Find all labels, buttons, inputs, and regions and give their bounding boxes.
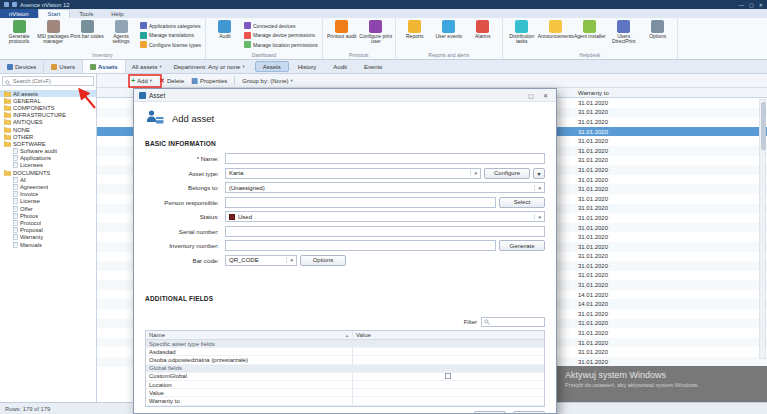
sidebar-item-protocol[interactable]: Protocol — [0, 219, 96, 226]
configure-license-types-button[interactable]: Configure license types — [140, 41, 201, 48]
sidebar-item-all[interactable]: All — [0, 176, 96, 183]
field-row-value[interactable]: Value — [146, 389, 544, 397]
subtab-events[interactable]: Events — [356, 61, 390, 72]
filter-search-box[interactable] — [481, 317, 545, 327]
options-button[interactable]: Options — [641, 19, 675, 39]
checkbox[interactable] — [445, 373, 451, 379]
sidebar-item-antiques[interactable]: ANTIQUES — [0, 119, 96, 126]
agent-installer-button[interactable]: Agent installer — [573, 19, 607, 39]
tab-devices[interactable]: Devices — [0, 60, 44, 73]
ribbon-tab-help[interactable]: Help — [102, 9, 132, 18]
field-row-asdasdad[interactable]: Asdasdad — [146, 348, 544, 356]
minimize-button[interactable]: — — [739, 2, 744, 8]
serial-number-field[interactable] — [225, 226, 545, 237]
manage-device-permissions-button[interactable]: Manage device permissions — [244, 32, 318, 39]
close-button[interactable]: ✕ — [759, 2, 763, 8]
inventory-number-field[interactable] — [225, 240, 496, 251]
vertical-scrollbar[interactable] — [759, 99, 766, 359]
dialog-titlebar[interactable]: Asset ▢ ✕ — [134, 89, 556, 102]
sidebar-item-photos[interactable]: Photos — [0, 212, 96, 219]
dialog-close-button[interactable]: ✕ — [540, 92, 551, 99]
sidebar-item-invoice[interactable]: Invoice — [0, 191, 96, 198]
sidebar-item-software[interactable]: SOFTWARE — [0, 140, 96, 147]
filter-dropdown-department-any-or-none[interactable]: Department: Any or none▾ — [168, 60, 251, 73]
name-field[interactable] — [225, 153, 545, 164]
connected-devices-button[interactable]: Connected devices — [244, 22, 318, 29]
configure-button[interactable]: Configure — [484, 168, 530, 179]
tab-users[interactable]: Users — [44, 60, 83, 73]
distribution-tasks-button[interactable]: Distribution tasks — [505, 19, 539, 45]
options-button[interactable]: Options — [300, 255, 346, 266]
print-bar-codes-button[interactable]: Print bar codes — [70, 19, 104, 39]
ribbon-tab-tools[interactable]: Tools — [70, 9, 102, 18]
column-header-warranty-to[interactable]: Warranty to — [578, 90, 609, 96]
person-responsible-field[interactable] — [225, 197, 496, 208]
subtab-assets[interactable]: Assets — [255, 61, 289, 72]
cancel-button[interactable]: Cancel — [513, 411, 545, 414]
sidebar-item-components[interactable]: COMPONENTS — [0, 104, 96, 111]
filter-input[interactable] — [492, 319, 542, 325]
sidebar-item-warranty[interactable]: Warranty — [0, 234, 96, 241]
sidebar-item-software-audit[interactable]: Software audit — [0, 148, 96, 155]
configure-print-user-button[interactable]: Configure print user — [359, 19, 393, 45]
field-group-row[interactable]: Specific asset type fields — [146, 340, 544, 348]
msi-packages-manager-button[interactable]: MSI packages manager — [36, 19, 70, 45]
configure-dropdown-button[interactable]: ▾ — [533, 168, 545, 179]
users-directprint-button[interactable]: Users DirectPrint — [607, 19, 641, 45]
sidebar-item-applications[interactable]: Applications — [0, 155, 96, 162]
sidebar-item-offer[interactable]: Offer — [0, 205, 96, 212]
search-input[interactable] — [13, 78, 87, 84]
sidebar-item-all-assets[interactable]: All assets — [0, 90, 96, 97]
field-row-location[interactable]: Location — [146, 381, 544, 389]
generate-button[interactable]: Generate — [499, 240, 545, 251]
alarms-button[interactable]: Alarms — [466, 19, 500, 39]
audit-button[interactable]: Audit — [208, 19, 242, 39]
printout-audit-button[interactable]: Printout audit — [325, 19, 359, 39]
column-header-name[interactable]: Name ▲ — [146, 331, 353, 339]
delete-button[interactable]: ✕Delete — [159, 77, 184, 85]
quick-access-icon[interactable] — [12, 2, 17, 7]
manage-translations-button[interactable]: Manage translations — [140, 32, 201, 39]
sidebar-item-proposal[interactable]: Proposal — [0, 227, 96, 234]
sidebar-item-agreement[interactable]: Agreement — [0, 183, 96, 190]
group-by-dropdown[interactable]: Group by: (None) ▾ — [242, 78, 293, 84]
applications-categories-button[interactable]: Applications categories — [140, 22, 201, 29]
reports-button[interactable]: Reports — [398, 19, 432, 39]
properties-button[interactable]: ▤Properties — [191, 77, 227, 85]
field-row-osoba-odpowiedzialna-przestarza-e[interactable]: Osoba odpowiedzialna (przestarzałe) — [146, 356, 544, 364]
status-select[interactable]: Used▾ — [225, 211, 545, 222]
select-button[interactable]: Select — [499, 197, 545, 208]
field-row-customglobal[interactable]: CustomGlobal — [146, 373, 544, 381]
sidebar-item-infrastructure[interactable]: INFRASTRUCTURE — [0, 112, 96, 119]
asset-type-select[interactable]: Karta▾ — [225, 168, 481, 179]
subtab-history[interactable]: History — [290, 61, 325, 72]
filter-dropdown-all-assets[interactable]: All assets▾ — [126, 60, 168, 73]
manage-location-permissions-button[interactable]: Manage location permissions — [244, 41, 318, 48]
scrollbar-thumb[interactable] — [761, 102, 766, 150]
maximize-button[interactable]: ▢ — [749, 2, 754, 8]
ok-button[interactable]: OK — [474, 411, 506, 414]
sidebar-item-other[interactable]: OTHER — [0, 133, 96, 140]
subtab-audit[interactable]: Audit — [325, 61, 355, 72]
belongs-to-select[interactable]: (Unassigned)▾ — [225, 182, 545, 193]
agents-settings-button[interactable]: Agents settings — [104, 19, 138, 45]
user-events-button[interactable]: User events — [432, 19, 466, 39]
ribbon-tab-start[interactable]: Start — [38, 9, 71, 18]
bar-code-select[interactable]: QR_CODE▾ — [225, 255, 297, 266]
sidebar-search[interactable] — [2, 76, 94, 86]
generate-protocols-button[interactable]: Generate protocols — [2, 19, 36, 45]
field-group-row[interactable]: Global fields — [146, 365, 544, 373]
sidebar-item-license[interactable]: License — [0, 198, 96, 205]
field-row-warranty-to[interactable]: Warranty to — [146, 397, 544, 405]
sidebar-item-general[interactable]: GENERAL — [0, 97, 96, 104]
column-header-value[interactable]: Value — [353, 331, 544, 339]
sidebar-item-licenses[interactable]: Licenses — [0, 162, 96, 169]
tab-assets[interactable]: Assets — [83, 60, 126, 73]
sidebar-item-none[interactable]: NONE — [0, 126, 96, 133]
dialog-maximize-button[interactable]: ▢ — [525, 92, 537, 99]
file-menu-button[interactable]: nVision — [0, 9, 38, 18]
sidebar-item-manuals[interactable]: Manuals — [0, 241, 96, 248]
announcements-button[interactable]: Announcements — [539, 19, 573, 39]
add-button[interactable]: +Add▾ — [131, 77, 152, 84]
sidebar-item-documents[interactable]: DOCUMENTS — [0, 169, 96, 176]
